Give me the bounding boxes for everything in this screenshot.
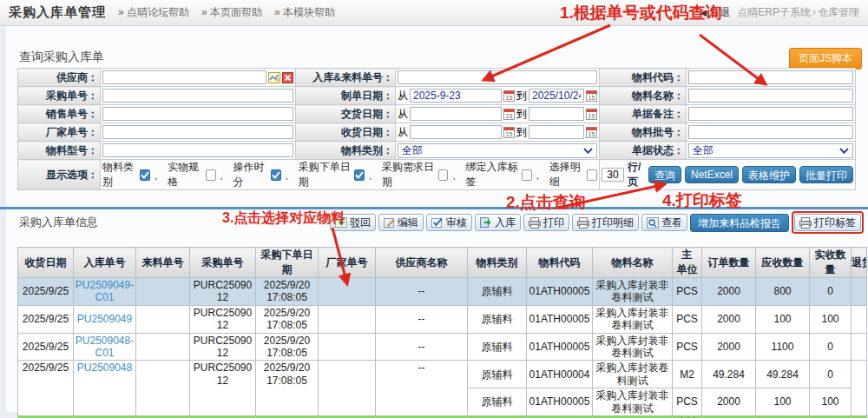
table-row[interactable]: 2025/9/25PU2509049-C01PURC25090122025/9/… <box>18 278 867 306</box>
netexcel-button[interactable]: NetExcel <box>685 166 739 183</box>
purchase-no-input[interactable] <box>102 89 293 103</box>
audit-button[interactable]: 审核 <box>426 214 472 231</box>
supplier-input[interactable] <box>102 70 266 84</box>
material-category-cell: 全部 <box>396 142 600 160</box>
delivery-date-to-input[interactable] <box>529 107 584 121</box>
factory-no-input[interactable] <box>102 125 293 139</box>
inbound-order-link[interactable]: PU2509048 <box>77 362 132 374</box>
page-size-input[interactable] <box>602 168 624 182</box>
table-cell: 2025/9/20 17:08:05 <box>256 333 319 361</box>
edit-button[interactable]: 编辑 <box>378 214 424 231</box>
material-code-input[interactable] <box>688 70 853 84</box>
column-header: 入库单号 <box>74 248 136 278</box>
table-row[interactable]: 2025/9/25PU2509049PURC25090122025/9/20 1… <box>18 305 867 333</box>
receive-date-to-calendar-icon[interactable]: 15 <box>586 126 597 138</box>
view-button[interactable]: 查看 <box>641 214 687 231</box>
inbound-button[interactable]: 入库 <box>475 214 521 231</box>
opt-purchase-demand-date-checkbox[interactable] <box>438 169 449 181</box>
annotation-note-2: 2.点击查询 <box>506 191 586 214</box>
help-link[interactable]: » 点晴论坛帮助 <box>118 5 189 20</box>
table-row[interactable]: 2025/9/25PU2509048-C01PURC25090122025/9/… <box>18 333 867 361</box>
annotation-note-3: 3.点击选择对应物料 <box>222 209 345 228</box>
receive-date-to-input[interactable] <box>529 125 584 139</box>
inbound-no-input[interactable] <box>398 70 597 84</box>
table-cell: -- <box>376 361 468 416</box>
opt-purchase-demand-date: 采购需求日期 <box>382 160 448 189</box>
query-form-body: 供应商：入库&来料单号：物料代码：采购单号：制单日期：从15到15物料名称：销售… <box>18 69 856 190</box>
receive-date-from-input[interactable] <box>410 125 502 139</box>
table-row[interactable]: 2025/9/25PU2509048PURC25090122025/9/20 1… <box>18 361 867 388</box>
table-cell: 采购入库封装非卷料测试 <box>593 305 673 333</box>
header-right: ◀ 后退 点晴ERP子系统›仓库管理 <box>700 5 859 20</box>
breadcrumb-item[interactable]: 仓库管理 <box>818 6 859 18</box>
table-cell: 0 <box>810 361 852 388</box>
breadcrumb-item[interactable]: 点晴ERP子系统 <box>737 6 811 18</box>
receive-date-from-calendar-icon[interactable]: 15 <box>503 126 515 138</box>
make-date-from-calendar-icon[interactable]: 15 <box>503 90 515 102</box>
supplier-clear-icon[interactable] <box>282 72 293 83</box>
make-date-to-calendar-icon[interactable]: 15 <box>586 90 597 102</box>
make-date-from-input[interactable] <box>410 89 502 103</box>
query-button[interactable]: 查询 <box>648 166 681 183</box>
table-cell <box>136 305 190 333</box>
inbound-order-link[interactable]: PU2509049 <box>77 313 132 325</box>
material-category-select[interactable]: 全部 <box>398 143 597 158</box>
display-options: 物料类别、实物规格、操作时分、采购下单日期、采购需求日期、绑定入库标签、选择明细 <box>102 160 597 189</box>
help-link[interactable]: » 本模块帮助 <box>274 5 335 20</box>
display-options-cell: 物料类别、实物规格、操作时分、采购下单日期、采购需求日期、绑定入库标签、选择明细 <box>101 160 600 190</box>
inbound-no-cell <box>396 69 600 87</box>
table-cell: PU2509049 <box>74 305 136 333</box>
doc-remark-input[interactable] <box>688 107 853 121</box>
print-button-label: 打印 <box>543 216 564 230</box>
delivery-date-from-input[interactable] <box>410 107 502 121</box>
option-separator: 、 <box>220 168 230 182</box>
delivery-date-to-calendar-icon[interactable]: 15 <box>586 108 597 120</box>
help-link[interactable]: » 本页面帮助 <box>201 5 262 20</box>
opt-physical-spec-checkbox[interactable] <box>206 169 216 181</box>
table-cell <box>852 305 867 333</box>
make-date-cell: 从15到15 <box>396 87 600 105</box>
opt-operate-time: 操作时分 <box>233 160 281 189</box>
inbound-no-label: 入库&来料单号： <box>296 69 396 87</box>
batch-print-button[interactable]: 批量打印 <box>799 166 853 183</box>
inbound-order-link[interactable]: PU2509048-C01 <box>76 335 134 359</box>
doc-remark-field <box>688 107 853 121</box>
table-cell: -- <box>376 305 468 333</box>
table-cell: 01ATH00005 <box>527 388 593 416</box>
print-tag-highlight-box: 打印标签 <box>792 211 864 234</box>
option-separator: 、 <box>368 168 378 182</box>
inbound-order-link[interactable]: PU2509049-C01 <box>76 279 134 303</box>
opt-material-category-label: 物料类别 <box>102 160 138 189</box>
supplier-field <box>102 70 293 84</box>
column-header: 供应商名称 <box>376 248 468 278</box>
opt-material-category-checkbox[interactable] <box>140 169 150 181</box>
add-inspection-report-button[interactable]: 增加来料品检报告 <box>690 214 789 232</box>
opt-bind-inbound-tag-checkbox[interactable] <box>522 169 532 181</box>
table-cell: 1100 <box>756 333 810 361</box>
print-tag-button[interactable]: 打印标签 <box>794 214 861 231</box>
page-js-script-button[interactable]: 页面JS脚本 <box>789 48 862 70</box>
make-date-to-input[interactable] <box>529 89 584 103</box>
opt-select-detail-checkbox[interactable] <box>587 169 597 181</box>
opt-purchase-order-date-checkbox[interactable] <box>354 169 365 181</box>
factory-no-cell <box>101 123 296 142</box>
column-header: 订单数量 <box>702 248 756 278</box>
table-cell: 800 <box>756 278 810 306</box>
print-detail-button[interactable]: 打印明细 <box>572 214 639 231</box>
opt-operate-time-checkbox[interactable] <box>271 169 281 181</box>
delivery-date-from-calendar-icon[interactable]: 15 <box>503 108 515 120</box>
page: 采购入库单管理 » 点晴论坛帮助» 本页面帮助» 本模块帮助 ◀ 后退 点晴ER… <box>0 0 868 418</box>
material-name-input[interactable] <box>688 89 853 103</box>
table-cell: -- <box>376 333 468 361</box>
column-header: 采购单号 <box>190 248 256 278</box>
breadcrumb-separator: › <box>811 6 818 18</box>
supplier-lookup-icon[interactable] <box>268 72 280 83</box>
sales-no-input[interactable] <box>102 107 293 121</box>
column-header: 采购下单日期 <box>256 248 319 278</box>
sales-no-label: 销售单号： <box>18 105 101 123</box>
material-model-input[interactable] <box>102 143 293 157</box>
table-maintain-button[interactable]: 表格维护 <box>742 166 796 183</box>
material-batch-input[interactable] <box>688 125 853 139</box>
doc-status-select[interactable]: 全部 <box>688 143 853 158</box>
print-button[interactable]: 打印 <box>523 214 569 231</box>
